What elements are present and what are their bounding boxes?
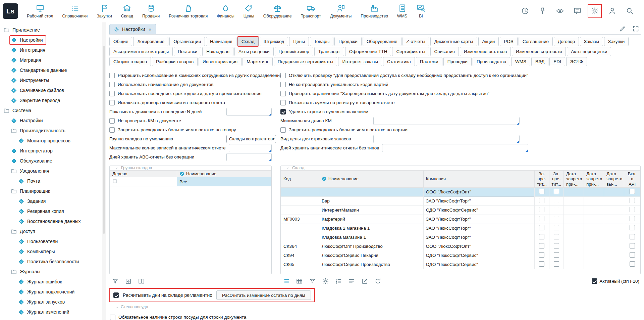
- warehouse-checkbox-cell[interactable]: [549, 233, 564, 242]
- sidebar-item-6[interactable]: Скачивание файлов: [10, 86, 67, 95]
- date-cell[interactable]: [604, 187, 624, 196]
- warehouse-row-3-checkbox-4[interactable]: [554, 216, 559, 221]
- code-cell[interactable]: [281, 196, 319, 205]
- warehouse-row-7-checkbox-3[interactable]: [539, 252, 544, 258]
- warehouse-row-6-checkbox-4[interactable]: [554, 243, 559, 248]
- code-cell[interactable]: СК94: [281, 251, 319, 260]
- sidebar-item-22[interactable]: Компьютеры: [17, 247, 58, 256]
- name-cell[interactable]: ЛюксСофтСервис Пекарня: [319, 251, 423, 260]
- settings-tab-0-11[interactable]: Дисконтные карты: [430, 37, 477, 46]
- form-checkbox-left-6[interactable]: [109, 127, 115, 133]
- settings-tab-1-0[interactable]: Ассортиментные матрицы: [109, 47, 173, 56]
- sidebar-item-10[interactable]: Производительность: [10, 127, 68, 135]
- settings-tab-0-7[interactable]: Товары: [310, 37, 333, 46]
- sidebar-item-17[interactable]: Задания: [17, 197, 48, 205]
- settings-tab-1-3[interactable]: Акты расценки: [234, 47, 273, 56]
- sidebar-item-14[interactable]: Уведомления: [10, 167, 52, 175]
- sidebar-item-16[interactable]: Планировщик: [10, 187, 53, 195]
- groups-column-header-0[interactable]: Дерево: [110, 171, 177, 177]
- topbar-item-prices[interactable]: Цены: [244, 4, 254, 18]
- settings-tab-1-1[interactable]: Поставки: [174, 47, 201, 56]
- filter-button[interactable]: [111, 277, 119, 285]
- settings-tab-0-3[interactable]: Навигация: [206, 37, 236, 46]
- date-cell[interactable]: [584, 242, 604, 251]
- collapse-chevron-icon[interactable]: [115, 305, 119, 309]
- sidebar-item-3[interactable]: Миграция: [10, 56, 44, 64]
- numbered-list-button[interactable]: [334, 277, 343, 285]
- warehouse-column-header-2[interactable]: Компания: [423, 171, 534, 188]
- form-input-right-8[interactable]: [382, 144, 528, 152]
- sidebar-scrollbar-thumb[interactable]: [103, 46, 105, 234]
- settings-tab-2-13[interactable]: ЭСЧФ: [566, 57, 587, 66]
- sidebar-item-13[interactable]: Обслуживание: [10, 157, 55, 165]
- warehouse-checkbox-cell[interactable]: [549, 196, 564, 205]
- warehouse-checkbox-cell[interactable]: [624, 233, 640, 242]
- date-cell[interactable]: [564, 196, 584, 205]
- sidebar-item-19[interactable]: Восстановление данных: [17, 217, 83, 226]
- settings-gear-button[interactable]: [588, 5, 601, 17]
- code-cell[interactable]: СК65: [281, 260, 319, 269]
- company-cell[interactable]: ООО "ЛюксСофтОпт": [423, 187, 534, 196]
- refresh-button[interactable]: [373, 277, 382, 285]
- settings-tab-0-1[interactable]: Логирование: [133, 37, 168, 46]
- company-cell[interactable]: ОДО "ЛюксСофтСервис": [423, 205, 534, 215]
- date-cell[interactable]: [564, 187, 584, 196]
- date-cell[interactable]: [564, 205, 584, 215]
- company-cell[interactable]: ОДО "ЛюксСофтСервис": [423, 251, 534, 260]
- settings-tab-2-9[interactable]: Производство: [473, 57, 510, 66]
- sidebar-item-4[interactable]: Стандартные данные: [10, 66, 69, 75]
- settings-tab-1-4[interactable]: Ценник/стикер: [275, 47, 313, 56]
- warehouse-checkbox-cell[interactable]: [549, 242, 564, 251]
- warehouse-row-2-checkbox-4[interactable]: [554, 207, 559, 212]
- active-filter-toggle[interactable]: Активный (ctrl F10): [592, 278, 641, 284]
- tab-close-icon[interactable]: ×: [149, 27, 152, 32]
- settings-tab-2-1[interactable]: Разборки товаров: [152, 57, 198, 66]
- warehouse-row-2-checkbox-3[interactable]: [539, 207, 544, 212]
- form-checkbox-right-6[interactable]: [280, 127, 286, 133]
- code-cell[interactable]: [281, 224, 319, 233]
- warehouse-checkbox-cell[interactable]: [535, 233, 549, 242]
- form-checkbox-right-2[interactable]: [280, 91, 286, 96]
- warehouse-column-header-8[interactable]: Вкл. в API: [624, 171, 640, 188]
- topbar-item-equipment[interactable]: Оборудование: [263, 4, 292, 18]
- search-button[interactable]: [623, 5, 636, 17]
- warehouse-row-0-checkbox-3[interactable]: [539, 189, 544, 194]
- sidebar-item-0[interactable]: Приложение: [3, 26, 43, 34]
- warehouse-row-8-checkbox-3[interactable]: [539, 261, 544, 267]
- columns-button[interactable]: [137, 277, 146, 285]
- warehouse-column-header-6[interactable]: Дата запрета при-...: [584, 171, 604, 188]
- settings-tab-2-6[interactable]: Статистика: [383, 57, 415, 66]
- warehouse-table-row-6[interactable]: СК364ЛюксСофтОпт ПроизводствоООО "ЛюксСо…: [281, 242, 640, 251]
- settings-tab-1-8[interactable]: Списания: [430, 47, 459, 56]
- settings-tab-2-2[interactable]: Инвентаризация: [199, 57, 241, 66]
- tree-cell[interactable]: [110, 177, 177, 186]
- warehouse-checkbox-cell[interactable]: [624, 215, 640, 224]
- settings-tab-0-14[interactable]: Соглашение: [519, 37, 553, 46]
- date-cell[interactable]: [604, 224, 624, 233]
- topbar-item-directory[interactable]: Справочники: [62, 4, 88, 18]
- warehouse-checkbox-cell[interactable]: [535, 260, 549, 269]
- settings-tab-1-11[interactable]: Акты переоценки: [567, 47, 611, 56]
- warehouse-checkbox-cell[interactable]: [549, 251, 564, 260]
- warehouse-table-row-0[interactable]: ООО "ЛюксСофтОпт": [281, 187, 640, 196]
- open-external-button[interactable]: [360, 277, 369, 285]
- settings-tab-0-2[interactable]: Организации: [169, 37, 205, 46]
- topbar-item-purchase[interactable]: Закупки: [97, 4, 112, 18]
- gear-button[interactable]: [321, 277, 330, 285]
- warehouse-table-row-2[interactable]: ИнтернетМагазинОДО "ЛюксСофтСервис": [281, 205, 640, 215]
- groups-column-header-1[interactable]: Наименование: [177, 171, 272, 177]
- regulated-days-checkbox[interactable]: [113, 292, 119, 298]
- active-checkbox[interactable]: [592, 278, 597, 284]
- name-cell[interactable]: Кладовка 2 магазина 1: [319, 224, 423, 233]
- settings-tab-2-4[interactable]: Подарочные сертификаты: [274, 57, 337, 66]
- settings-tab-0-17[interactable]: Закупки: [604, 37, 629, 46]
- sidebar-item-28[interactable]: Журнал изменений: [17, 308, 72, 316]
- date-cell[interactable]: [564, 260, 584, 269]
- warehouse-checkbox-cell[interactable]: [624, 242, 640, 251]
- form-checkbox-right-4[interactable]: [280, 109, 286, 115]
- warehouse-row-4-checkbox-4[interactable]: [554, 225, 559, 230]
- warehouse-checkbox-cell[interactable]: [549, 260, 564, 269]
- name-cell[interactable]: ЛюксСофтСервис Производство: [319, 260, 423, 269]
- warehouse-checkbox-cell[interactable]: [549, 187, 564, 196]
- warehouse-table-row-3[interactable]: МГ0003КафетерийЗАО "ЛюксСофтТорг": [281, 215, 640, 224]
